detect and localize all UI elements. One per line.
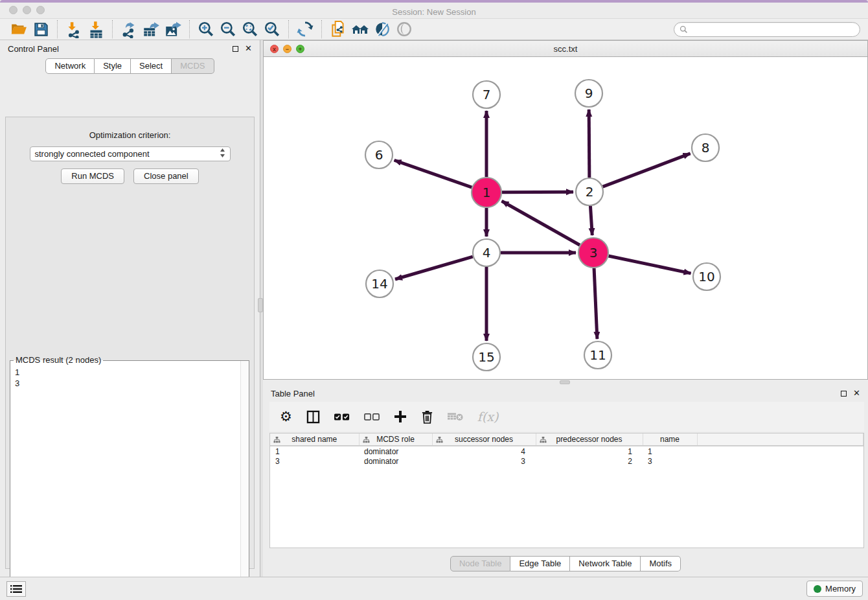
settings-icon[interactable]: ⚙: [280, 407, 292, 426]
import-table-icon[interactable]: [85, 19, 107, 39]
table-cell[interactable]: 1: [270, 446, 359, 456]
table-row[interactable]: 3dominator323: [270, 456, 863, 467]
float-table-panel-icon[interactable]: [841, 391, 847, 397]
criterion-select[interactable]: strongly connected component: [30, 146, 231, 161]
delete-row-icon[interactable]: [421, 407, 433, 426]
close-table-panel-icon[interactable]: ✕: [853, 390, 860, 397]
graph-node-15[interactable]: 15: [473, 343, 500, 371]
result-scrollbar[interactable]: [240, 361, 249, 600]
graph-node-6[interactable]: 6: [365, 141, 393, 168]
node-table: shared nameMCDS rolesuccessor nodesprede…: [269, 433, 864, 548]
window-title: Session: New Session: [0, 5, 868, 19]
graph-edge-2-9[interactable]: [589, 110, 589, 178]
close-panel-icon[interactable]: ✕: [245, 45, 252, 52]
save-session-icon[interactable]: [30, 19, 52, 39]
float-panel-icon[interactable]: [233, 46, 238, 52]
graph-edge-4-14[interactable]: [395, 257, 473, 279]
svg-text:3: 3: [589, 245, 598, 260]
search-field[interactable]: [674, 22, 860, 37]
refresh-layout-icon[interactable]: [294, 19, 316, 39]
close-panel-button[interactable]: Close panel: [133, 168, 199, 184]
graph-edge-3-11[interactable]: [594, 268, 597, 339]
search-input[interactable]: [691, 25, 854, 34]
graph-node-7[interactable]: 7: [473, 81, 500, 108]
export-network-icon[interactable]: [118, 19, 140, 39]
network-graph[interactable]: 7968124314101511: [264, 57, 867, 378]
graph-node-9[interactable]: 9: [575, 80, 602, 107]
splitter-handle[interactable]: [560, 380, 570, 384]
network-canvas[interactable]: 7968124314101511: [263, 57, 868, 380]
graph-node-14[interactable]: 14: [366, 270, 393, 297]
splitter-handle[interactable]: [258, 298, 263, 312]
eye-icon[interactable]: [393, 19, 415, 39]
graph-edge-3-10[interactable]: [608, 256, 691, 273]
graph-node-10[interactable]: 10: [693, 263, 720, 290]
export-image-icon[interactable]: [162, 19, 184, 39]
style-toggle-icon[interactable]: [371, 19, 393, 39]
table-cell[interactable]: 1: [536, 446, 643, 456]
zoom-out-icon[interactable]: [217, 19, 239, 39]
column-header[interactable]: predecessor nodes: [536, 433, 643, 446]
memory-status-icon: [814, 585, 821, 593]
table-cell[interactable]: 3: [432, 456, 536, 467]
minimize-network-icon[interactable]: −: [283, 45, 291, 53]
table-cell[interactable]: dominator: [359, 456, 432, 467]
network-titlebar[interactable]: scc.txt x − +: [263, 40, 868, 57]
table-cell[interactable]: 1: [643, 446, 697, 456]
table-cell[interactable]: 3: [270, 456, 359, 467]
column-header[interactable]: name: [643, 433, 697, 446]
graph-node-2[interactable]: 2: [576, 178, 603, 205]
graph-edge-2-8[interactable]: [603, 154, 691, 187]
tab-edge-table[interactable]: Edge Table: [510, 556, 570, 571]
zoom-fit-icon[interactable]: [239, 19, 261, 39]
control-panel-tabs: Network Style Select MCDS: [0, 58, 260, 74]
memory-button[interactable]: Memory: [806, 581, 863, 597]
tab-mcds[interactable]: MCDS: [172, 58, 214, 74]
delete-table-icon[interactable]: [448, 407, 463, 426]
run-mcds-button[interactable]: Run MCDS: [61, 168, 124, 184]
table-cell[interactable]: 4: [432, 446, 536, 456]
graph-edge-1-2[interactable]: [502, 192, 573, 192]
memory-label: Memory: [825, 584, 856, 594]
graph-node-1[interactable]: 1: [472, 178, 501, 207]
graph-node-4[interactable]: 4: [473, 239, 500, 266]
tab-motifs[interactable]: Motifs: [641, 556, 681, 571]
deselect-all-icon[interactable]: [364, 407, 380, 426]
open-session-icon[interactable]: [8, 19, 30, 39]
zoom-selected-icon[interactable]: [261, 19, 283, 39]
zoom-in-icon[interactable]: [195, 19, 217, 39]
network-overview-icon[interactable]: [349, 19, 371, 39]
toolbar-separator: [189, 20, 190, 38]
table-cell[interactable]: dominator: [359, 446, 432, 456]
add-row-icon[interactable]: [394, 407, 407, 426]
svg-text:9: 9: [585, 86, 593, 101]
mcds-result-list[interactable]: 1 3: [10, 361, 249, 389]
column-header[interactable]: MCDS role: [359, 433, 432, 446]
table-cell[interactable]: 3: [643, 456, 697, 467]
graph-edge-3-1[interactable]: [502, 201, 580, 245]
function-builder-icon[interactable]: f(x): [477, 407, 499, 426]
select-all-icon[interactable]: [334, 407, 350, 426]
column-header[interactable]: successor nodes: [432, 433, 536, 446]
horizontal-splitter[interactable]: [263, 380, 868, 385]
close-network-icon[interactable]: x: [270, 45, 279, 53]
task-history-button[interactable]: [6, 581, 26, 597]
graph-edge-1-6[interactable]: [394, 160, 472, 187]
tab-network[interactable]: Network: [45, 58, 95, 74]
column-header[interactable]: shared name: [270, 433, 359, 446]
graph-node-3[interactable]: 3: [578, 238, 608, 268]
tab-style[interactable]: Style: [95, 58, 131, 74]
export-table-icon[interactable]: [140, 19, 162, 39]
graph-node-11[interactable]: 11: [584, 341, 611, 369]
import-network-icon[interactable]: [63, 19, 85, 39]
maximize-network-icon[interactable]: +: [296, 45, 304, 53]
tab-select[interactable]: Select: [131, 58, 172, 74]
columns-icon[interactable]: [306, 407, 320, 426]
table-cell[interactable]: 2: [536, 456, 643, 467]
clone-network-icon[interactable]: [327, 19, 349, 39]
graph-edge-2-3[interactable]: [590, 206, 592, 235]
tab-network-table[interactable]: Network Table: [570, 556, 641, 571]
table-row[interactable]: 1dominator411: [270, 446, 863, 456]
tab-node-table[interactable]: Node Table: [450, 556, 511, 571]
graph-node-8[interactable]: 8: [692, 134, 719, 161]
